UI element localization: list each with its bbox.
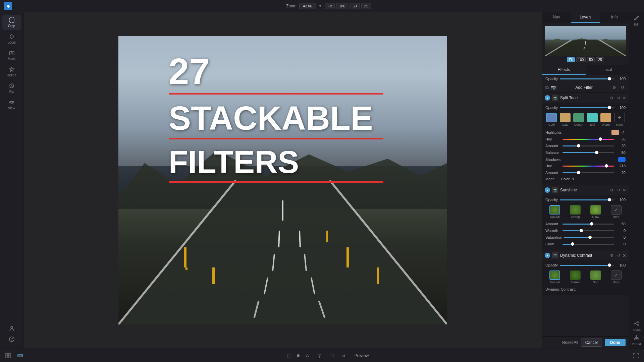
split-tone-toggle[interactable]: ●	[545, 95, 550, 101]
dc-preset-natural[interactable]: Natural	[545, 270, 565, 284]
preset-more-split[interactable]: + More	[613, 113, 626, 126]
sunshine-preset-strong[interactable]: Strong	[566, 205, 585, 219]
dc-preset-surreal[interactable]: Surreal	[566, 270, 585, 284]
left-toolbar: Crop Local Mask	[0, 12, 23, 349]
add-filter-button[interactable]: Add Filter	[575, 85, 592, 90]
zoom-preset-25[interactable]: 25	[361, 3, 371, 9]
shadows-color-swatch[interactable]	[618, 157, 626, 162]
split-tone-opacity-label: Opacity	[545, 106, 558, 110]
dc-toggle[interactable]: ●	[545, 253, 550, 258]
sunshine-amount-label: Amount	[545, 222, 560, 226]
sunshine-preset-glow[interactable]: Glow	[586, 205, 605, 219]
sunshine-saturation-slider[interactable]	[564, 235, 614, 240]
preset-cool[interactable]: Cool	[545, 113, 558, 126]
edit-icon-button[interactable]: Edit	[631, 15, 643, 26]
tool-refine[interactable]: Refine	[2, 64, 21, 79]
tool-view[interactable]: View	[2, 97, 21, 112]
svg-rect-24	[185, 267, 187, 270]
sunshine-opacity-value: 100	[616, 198, 626, 202]
panel-tab-local[interactable]: Local	[586, 65, 629, 75]
shadows-hue-slider[interactable]	[562, 164, 614, 168]
nav-tab-levels[interactable]: Levels	[571, 12, 600, 23]
nav-tab-nav[interactable]: Nav	[542, 12, 571, 23]
reset-all-button[interactable]: Reset All	[562, 340, 578, 345]
sunshine-close-icon[interactable]: ✕	[623, 188, 626, 193]
split-tone-close-icon[interactable]: ✕	[623, 96, 626, 101]
help-icon[interactable]: ?	[8, 335, 16, 343]
dc-preset-soft[interactable]: Soft	[586, 270, 605, 284]
zoom-preset-100[interactable]: 100	[336, 3, 348, 9]
sunshine-glow-slider[interactable]	[562, 242, 614, 246]
highlights-amount-slider[interactable]	[562, 143, 614, 148]
tool-crop[interactable]: Crop	[2, 15, 21, 30]
global-opacity-row: Opacity 100	[542, 75, 629, 82]
text-icon[interactable]: A	[304, 352, 312, 360]
highlights-color-swatch[interactable]	[611, 130, 619, 135]
dc-close-icon[interactable]: ✕	[623, 253, 626, 258]
preset-ocean[interactable]: Ocean	[573, 113, 585, 126]
panel-content: Opacity 100 ⧉ 📷 Add Filter ⚙	[542, 75, 629, 336]
adjustment-icon[interactable]: ⊿	[340, 352, 348, 360]
split-tone-opacity-slider[interactable]	[560, 105, 614, 110]
fullscreen-icon[interactable]	[632, 352, 640, 360]
tool-mask[interactable]: Mask	[2, 48, 21, 63]
zoom-preset-50[interactable]: 50	[350, 3, 360, 9]
sunshine-toggle[interactable]: ●	[545, 187, 550, 193]
dc-preset-more[interactable]: ✓ More	[606, 270, 626, 284]
zoom-ind-100[interactable]: 100	[576, 57, 586, 62]
local-label: Local	[8, 41, 16, 44]
done-button[interactable]: Done	[605, 339, 626, 346]
dc-settings-icon[interactable]: ⚙	[609, 253, 614, 258]
sunshine-more-label: More	[612, 215, 620, 219]
dc-opacity-slider[interactable]	[560, 263, 614, 267]
panel-tab-effects[interactable]: Effects	[542, 65, 586, 75]
global-opacity-slider[interactable]	[560, 76, 614, 81]
nav-tab-info[interactable]: Info	[600, 12, 629, 23]
highlights-hue-slider[interactable]	[562, 137, 614, 141]
target-icon[interactable]: ◎	[316, 352, 324, 360]
mode-chevron-icon[interactable]: ▼	[572, 177, 575, 181]
zoom-ind-fit[interactable]: Fit	[567, 57, 575, 62]
zoom-ind-25[interactable]: 25	[596, 57, 604, 62]
sunshine-warmth-value: 0	[616, 229, 626, 233]
preset-warm[interactable]: Warm	[600, 113, 612, 126]
svg-text:?: ?	[11, 338, 13, 341]
sunshine-preset-more[interactable]: ✓ More	[606, 205, 626, 219]
sunshine-settings-icon[interactable]: ⚙	[609, 187, 614, 193]
zoom-dropdown-icon[interactable]: ▼	[319, 4, 322, 8]
split-tone-settings-icon[interactable]: ⚙	[609, 95, 614, 101]
layer-icon: ⧉	[545, 85, 549, 90]
shadows-amount-slider[interactable]	[562, 170, 614, 175]
undo-icon[interactable]: ↺	[620, 84, 626, 90]
cancel-button[interactable]: Cancel	[581, 339, 602, 347]
preset-teal[interactable]: Teal	[586, 113, 599, 126]
zoom-preset-fit[interactable]: Fit	[325, 3, 335, 9]
sunshine-warmth-slider[interactable]	[562, 228, 614, 233]
filmstrip-icon[interactable]	[16, 352, 24, 360]
highlights-reset-icon[interactable]: ↺	[620, 130, 626, 135]
zoom-ind-50[interactable]: 50	[587, 57, 595, 62]
dc-opacity-value: 100	[616, 263, 626, 267]
dc-reset-icon[interactable]: ↺	[616, 253, 621, 258]
share-button[interactable]: Share	[631, 320, 643, 332]
grid-icon[interactable]	[4, 352, 12, 360]
sunshine-amount-slider[interactable]	[562, 222, 614, 226]
sunshine-reset-icon[interactable]: ↺	[616, 187, 621, 193]
sunshine-preset-natural[interactable]: Natural	[545, 205, 565, 219]
toolbar-bottom: ?	[8, 324, 16, 346]
highlights-header: Highlights: ↺	[545, 128, 626, 136]
tool-local[interactable]: Local	[2, 31, 21, 46]
settings-icon[interactable]: ⚙	[611, 84, 618, 90]
zoom-value-input[interactable]: 42.06	[299, 3, 316, 9]
sunshine-glow-label: Glow	[592, 215, 599, 219]
bottom-frame-icon[interactable]: ⬚	[285, 352, 293, 360]
split-tone-reset-icon[interactable]: ↺	[616, 95, 621, 101]
export-button[interactable]: Export	[631, 335, 643, 346]
preset-oats[interactable]: Oats	[559, 113, 572, 126]
layers-icon[interactable]: ❑	[328, 352, 336, 360]
sunshine-opacity-slider[interactable]	[560, 197, 614, 202]
highlights-balance-slider[interactable]	[562, 150, 614, 155]
tool-fix[interactable]: Fix	[2, 80, 21, 96]
user-icon[interactable]	[8, 324, 16, 333]
preview-button[interactable]: Preview	[352, 352, 372, 359]
